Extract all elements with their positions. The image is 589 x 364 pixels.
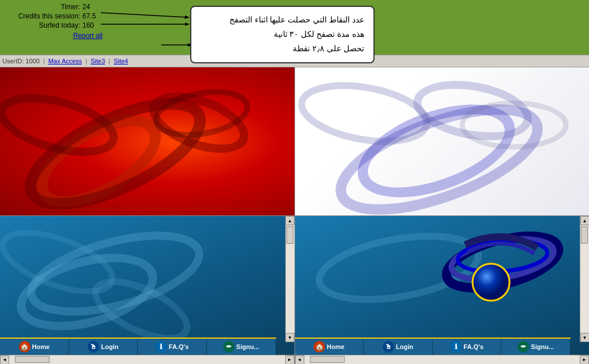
frame-bottom-left: ▲ ▼ 🏠 Home 🖱 Login ℹ FA.Q's <box>0 216 294 364</box>
swirl-svg-bl <box>0 216 294 355</box>
horizontal-scrollbar-bl[interactable]: ◄ ► <box>0 355 294 364</box>
svg-point-18 <box>473 264 509 301</box>
scroll-track-br <box>580 225 589 333</box>
nav-login-br[interactable]: 🖱 Login <box>364 339 433 355</box>
scroll-down-btn-br[interactable]: ▼ <box>580 333 590 342</box>
surfed-label: Surfed today: <box>39 21 80 29</box>
nav-login-bl[interactable]: 🖱 Login <box>69 339 138 355</box>
svg-point-13 <box>314 225 483 310</box>
callout-line3: تحصل على ٢٫٨ نقطة <box>201 41 364 56</box>
stats-panel: Timer: 24 Credits this session: 67.5 Sur… <box>5 3 103 40</box>
credits-row: Credits this session: 67.5 <box>5 12 103 20</box>
nav-separator-1: | <box>43 58 45 65</box>
top-bar: Timer: 24 Credits this session: 67.5 Sur… <box>0 0 589 55</box>
nav-login-label-br: Login <box>396 343 413 350</box>
login-icon-bl: 🖱 <box>88 341 99 352</box>
nav-faq-bl[interactable]: ℹ FA.Q's <box>138 339 207 355</box>
user-id: UserID: 1000 <box>2 58 40 65</box>
signup-icon-bl: ✒ <box>223 341 235 352</box>
scroll-thumb-bl[interactable] <box>286 226 293 244</box>
site4-link[interactable]: Site4 <box>114 58 128 65</box>
hscroll-track-br <box>304 355 580 364</box>
vertical-scrollbar-br[interactable]: ▲ ▼ <box>580 216 589 342</box>
hscroll-right-btn-bl[interactable]: ► <box>285 355 294 365</box>
vertical-scrollbar-bl[interactable]: ▲ ▼ <box>285 216 294 342</box>
callout-box: عدد النقاط التي حصلت عليها اثناء التصفح … <box>190 6 375 63</box>
hscroll-right-btn-br[interactable]: ► <box>580 355 589 365</box>
nav-faq-label-br: FA.Q's <box>463 343 483 350</box>
home-icon-bl: 🏠 <box>19 341 31 352</box>
swirl-svg-tl <box>0 67 294 215</box>
hscroll-left-btn-br[interactable]: ◄ <box>295 355 304 365</box>
frame-nav-wrapper-br: 🏠 Home 🖱 Login ℹ FA.Q's ✒ Signu... <box>295 338 580 355</box>
frame-br-inner: ▲ ▼ <box>295 216 590 355</box>
frame-nav-bl: 🏠 Home 🖱 Login ℹ FA.Q's ✒ Signu... <box>0 338 276 355</box>
timer-value: 24 <box>82 3 103 11</box>
hscroll-thumb-bl[interactable] <box>15 356 50 363</box>
frame-bl-inner: ▲ ▼ <box>0 216 294 355</box>
nav-faq-label-bl: FA.Q's <box>169 343 188 350</box>
report-all-link[interactable]: Report all <box>5 32 103 40</box>
nav-separator-2: | <box>85 58 87 65</box>
site3-link[interactable]: Site3 <box>90 58 105 65</box>
nav-separator-3: | <box>108 58 110 65</box>
nav-home-bl[interactable]: 🏠 Home <box>0 339 69 355</box>
frame-bottom-right: ▲ ▼ 🏠 Home 🖱 Login ℹ FA.Q's <box>295 216 590 364</box>
frame-top-left <box>0 67 294 215</box>
nav-home-label-bl: Home <box>32 343 50 350</box>
timer-row: Timer: 24 <box>5 3 103 11</box>
frames-container: ▲ ▼ 🏠 Home 🖱 Login ℹ FA.Q's <box>0 67 589 364</box>
callout-line2: هذه مدة تصفح لكل ٣٠ ثانية <box>201 27 364 41</box>
scroll-thumb-br[interactable] <box>581 226 588 244</box>
swirl-svg-tr <box>295 67 590 215</box>
home-icon-br: 🏠 <box>314 341 325 352</box>
horizontal-scrollbar-br[interactable]: ◄ ► <box>295 355 590 364</box>
signup-icon-br: ✒ <box>518 341 529 352</box>
hscroll-track-bl <box>9 355 285 364</box>
svg-line-0 <box>101 13 187 17</box>
timer-label: Timer: <box>61 3 80 11</box>
nav-signup-bl[interactable]: ✒ Signu... <box>207 339 276 355</box>
nav-signup-label-bl: Signu... <box>236 343 259 350</box>
scroll-up-btn-bl[interactable]: ▲ <box>285 216 294 225</box>
nav-signup-label-br: Signu... <box>531 343 554 350</box>
scroll-track-bl <box>286 225 294 333</box>
nav-signup-br[interactable]: ✒ Signu... <box>501 339 571 355</box>
frame-top-right <box>295 67 590 215</box>
svg-point-6 <box>0 88 119 162</box>
svg-point-9 <box>297 77 431 150</box>
login-icon-br: 🖱 <box>383 341 394 352</box>
swirl-svg-br <box>295 216 590 355</box>
hscroll-left-btn-bl[interactable]: ◄ <box>0 355 9 365</box>
faq-icon-bl: ℹ <box>156 341 167 352</box>
faq-icon-br: ℹ <box>450 341 462 352</box>
callout-line1: عدد النقاط التي حصلت عليها اثناء التصفح <box>201 13 364 27</box>
credits-value: 67.5 <box>82 12 103 20</box>
svg-point-8 <box>329 89 549 215</box>
hscroll-thumb-br[interactable] <box>310 356 345 363</box>
frame-nav-wrapper-bl: 🏠 Home 🖱 Login ℹ FA.Q's ✒ Signu... <box>0 338 285 355</box>
frame-nav-br: 🏠 Home 🖱 Login ℹ FA.Q's ✒ Signu... <box>295 338 571 355</box>
surfed-row: Surfed today: 160 <box>5 21 103 29</box>
scroll-down-btn-bl[interactable]: ▼ <box>285 333 294 342</box>
nav-faq-br[interactable]: ℹ FA.Q's <box>433 339 502 355</box>
max-access-link[interactable]: Max Access <box>48 58 82 65</box>
nav-home-br[interactable]: 🏠 Home <box>295 339 364 355</box>
credits-label: Credits this session: <box>18 12 80 20</box>
surfed-value: 160 <box>82 21 103 29</box>
scroll-up-btn-br[interactable]: ▲ <box>580 216 590 225</box>
nav-home-label-br: Home <box>327 343 345 350</box>
nav-login-label-bl: Login <box>101 343 118 350</box>
